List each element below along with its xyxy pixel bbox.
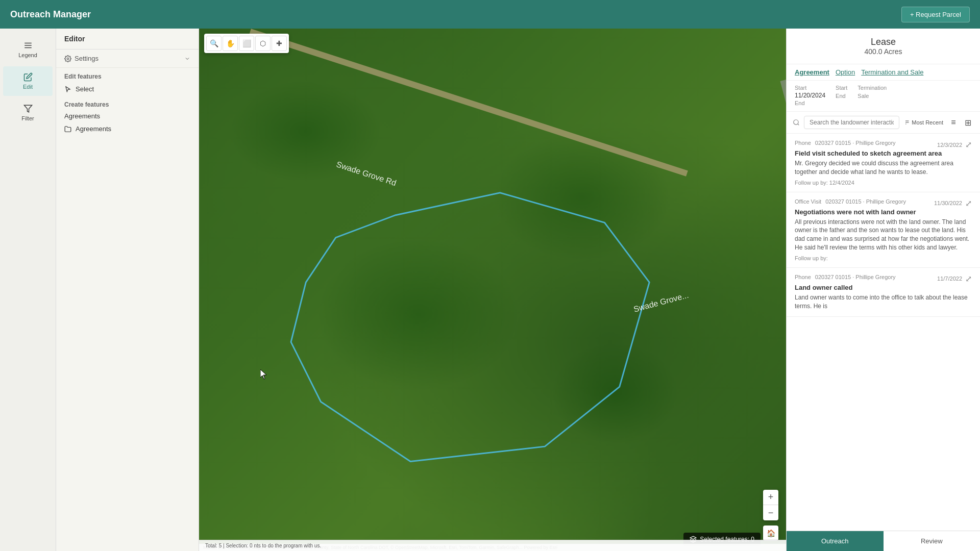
interaction-card[interactable]: Office Visit 020327 01015 · Phillipe Gre… [787,192,980,268]
lease-header: Lease 400.0 Acres [787,29,980,64]
search-tool-button[interactable]: 🔍 [206,36,222,51]
card-body: Land owner wants to come into the office… [795,293,972,311]
sort-icon [903,119,910,126]
zoom-out-button[interactable]: − [763,505,778,520]
select-label: Select [76,85,94,93]
svg-marker-8 [690,536,696,539]
svg-marker-3 [24,105,32,112]
filter-icon [23,104,33,113]
svg-point-4 [67,58,69,60]
forest-patch [551,342,679,444]
agreements-item[interactable]: Agreements [56,122,199,136]
legend-label: Legend [18,52,37,58]
lease-info-row: Start 11/20/2024 End Start End Terminati… [787,81,980,112]
card-meta: 020327 01015 · Phillipe Gregory [815,140,896,149]
agreements-label: Agreements [76,125,111,133]
topbar: Outreach Manager + Request Parcel [0,0,980,29]
create-features-section: Create features Agreements Agreements [56,96,199,136]
chevron-down-icon [184,56,190,62]
tab-outreach[interactable]: Outreach [787,531,884,551]
interaction-card[interactable]: Phone 020327 01015 · Phillipe Gregory 12… [787,134,980,192]
edit-label: Edit [23,84,33,90]
card-title: Negotiations were not with land owner [795,208,972,216]
home-button[interactable]: 🏠 [763,525,778,541]
start-info: Start 11/20/2024 End [795,85,825,107]
lease-acres: 400.0 Acres [795,47,972,56]
request-parcel-button[interactable]: + Request Parcel [901,7,970,22]
svg-point-9 [794,120,798,124]
expand-button[interactable]: ⤢ [965,198,972,208]
termination-info: Termination Sale [857,85,887,107]
card-type: Phone [795,140,811,149]
tab-option[interactable]: Option [836,68,855,76]
expand-button[interactable]: ⤢ [965,274,972,284]
map-status-bar: Total: 5 | Selection: 0 nts to do the pr… [199,540,786,551]
bottom-tabs: Outreach Review [787,531,980,551]
svg-line-10 [798,124,799,126]
settings-gear-icon [64,55,71,62]
sort-button[interactable]: Most Recent [903,119,943,126]
sort-label: Most Recent [912,119,943,126]
start-date: 11/20/2024 [795,92,825,99]
right-panel: Lease 400.0 Acres Agreement Option Termi… [786,29,980,551]
status-text: Total: 5 | Selection: 0 nts to do the pr… [205,543,321,548]
map-area[interactable]: Swade Grove Rd Swade Grove... 🔍 ✋ ⬜ ⬡ ✚ … [199,29,786,551]
interactions-list: Phone 020327 01015 · Phillipe Gregory 12… [787,134,980,531]
view-toggle: ≡ ⊞ [947,116,974,129]
card-body: All previous interactions were not with … [795,218,972,252]
select-rect-button[interactable]: ⬜ [239,36,254,51]
editor-title: Editor [56,29,199,49]
app-title: Outreach Manager [10,9,91,20]
forest-patch [493,133,671,261]
settings-header[interactable]: Settings [56,49,199,67]
edit-features-label: Edit features [56,68,199,82]
select-poly-button[interactable]: ⬡ [255,36,271,51]
card-date: 11/7/2022 [937,276,962,282]
lease-title: Lease [795,37,972,47]
svg-text:Swade Grove...: Swade Grove... [632,290,690,314]
tab-termination-sale[interactable]: Termination and Sale [861,68,923,76]
list-view-button[interactable]: ≡ [947,116,960,129]
list-icon [23,41,33,50]
pan-tool-button[interactable]: ✋ [223,36,238,51]
editor-panel: Editor Settings Edit features Select Cre… [56,29,199,551]
settings-section: Settings [56,49,199,68]
settings-label: Settings [75,55,99,62]
map-background: Swade Grove Rd Swade Grove... 🔍 ✋ ⬜ ⬡ ✚ … [199,29,786,551]
card-type: Office Visit [795,198,821,208]
card-followup: Follow up by: [795,255,972,261]
interaction-card[interactable]: Phone 020327 01015 · Phillipe Gregory 11… [787,268,980,317]
interactions-search-bar: Most Recent ≡ ⊞ [787,112,980,134]
card-body: Mr. Gregory decided we could discuss the… [795,159,972,177]
card-followup: Follow up by: 12/4/2024 [795,180,972,186]
card-type: Phone [795,274,811,284]
tab-agreement[interactable]: Agreement [795,68,829,76]
agreements-group-label: Agreements [56,110,199,122]
tab-review[interactable]: Review [884,531,981,551]
card-date: 11/30/2022 [934,200,962,206]
measure-tool-button[interactable]: ✚ [272,36,287,51]
zoom-controls: + − [763,490,778,520]
card-title: Field visit scheduled to sketch agreemen… [795,149,972,157]
grid-view-button[interactable]: ⊞ [962,116,974,129]
card-title: Land owner called [795,284,972,291]
forest-patch [316,238,521,391]
sidebar-item-legend[interactable]: Legend [3,35,53,64]
sidebar-item-edit[interactable]: Edit [3,66,53,96]
folder-icon [64,126,71,133]
card-meta: 020327 01015 · Phillipe Gregory [815,274,896,284]
zoom-in-button[interactable]: + [763,490,778,505]
expand-button[interactable]: ⤢ [965,140,972,149]
forest-patch [229,81,382,183]
create-features-label: Create features [56,96,199,110]
edit-features-section: Edit features Select [56,68,199,96]
card-date: 12/3/2022 [937,142,962,148]
filter-label: Filter [21,115,34,121]
search-input[interactable] [804,116,899,129]
map-toolbar: 🔍 ✋ ⬜ ⬡ ✚ [204,34,289,53]
sidebar-item-filter[interactable]: Filter [3,98,53,128]
left-navigation: Legend Edit Filter [0,29,56,551]
select-tool[interactable]: Select [56,82,199,96]
card-meta: 020327 01015 · Phillipe Gregory [825,198,906,208]
search-icon [793,119,800,126]
